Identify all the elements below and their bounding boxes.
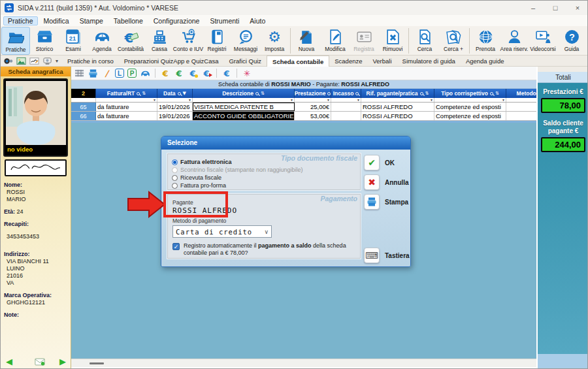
registra-pagamento-checkbox-row[interactable]: ✓ Registro automaticamente il pagamento … bbox=[172, 242, 358, 257]
toolbar-button-cerca-plus[interactable]: Cerca + bbox=[439, 27, 468, 55]
column-prestazione[interactable]: Prestazione bbox=[295, 89, 331, 98]
cell-data[interactable]: 19/01/2026 bbox=[157, 103, 193, 111]
cell-rif-pagante[interactable]: ROSSI ALFREDO bbox=[361, 103, 434, 111]
tab-scadenze[interactable]: Scadenze bbox=[329, 56, 367, 66]
toolbar-button-esami[interactable]: 21 Esami bbox=[59, 27, 88, 55]
cell-tipo[interactable]: Competenze ed esposti bbox=[434, 103, 506, 111]
toolbar-button-registri[interactable]: Registri bbox=[203, 27, 231, 55]
cell-metodo[interactable] bbox=[506, 103, 536, 111]
close-icon[interactable]: × bbox=[566, 1, 588, 15]
toolbar-button-agenda[interactable]: Agenda bbox=[88, 27, 116, 55]
menu-pratiche[interactable]: Pratiche bbox=[3, 16, 38, 25]
column-descrizione[interactable]: Descrizione⇅ bbox=[193, 89, 295, 98]
cell-incasso[interactable] bbox=[331, 112, 361, 120]
menu-modifica[interactable]: Modifica bbox=[39, 16, 74, 25]
ok-button[interactable]: ✔ OK bbox=[364, 155, 395, 170]
euro-incasso-icon[interactable]: € bbox=[188, 68, 198, 78]
menu-configurazione[interactable]: Configurazione bbox=[149, 16, 204, 25]
asterisk-icon[interactable]: ✳ bbox=[242, 68, 252, 78]
maximize-icon[interactable]: □ bbox=[544, 1, 566, 15]
tab-verbali[interactable]: Verbali bbox=[368, 56, 397, 66]
horizontal-scrollbar[interactable] bbox=[71, 359, 536, 367]
euro-gold-icon[interactable]: € bbox=[160, 68, 171, 78]
euro-storno-icon[interactable]: € bbox=[201, 68, 212, 78]
toolbar-button-guida[interactable]: ? Guida bbox=[557, 27, 586, 55]
menu-aiuto[interactable]: Aiuto bbox=[245, 16, 270, 25]
chevron-down-icon[interactable]: ▾ bbox=[56, 58, 58, 64]
tastiera-button[interactable]: ⌨ Tastiera bbox=[364, 248, 410, 263]
toolbar-button-prenota[interactable]: Prenota bbox=[471, 27, 500, 55]
toolbar-button-pratiche[interactable]: Pratiche bbox=[1, 27, 30, 55]
dialog-title[interactable]: Selezione bbox=[161, 136, 410, 150]
row-number[interactable]: 66 bbox=[71, 112, 96, 120]
column-incasso[interactable]: Incasso bbox=[331, 89, 361, 98]
menu-strumenti[interactable]: Strumenti bbox=[205, 16, 244, 25]
menu-stampe[interactable]: Stampe bbox=[75, 16, 108, 25]
euro-green-icon[interactable]: € bbox=[174, 68, 184, 78]
tab-grafici-quiz[interactable]: Grafici Quiz bbox=[223, 56, 267, 66]
checkbox-icon[interactable]: ✓ bbox=[172, 243, 180, 250]
webcam-icon[interactable] bbox=[42, 56, 52, 66]
tab-pratiche-in-corso[interactable]: Pratiche in corso bbox=[62, 56, 119, 66]
filter-cell[interactable]: ▼ bbox=[193, 98, 295, 102]
toolbar-button-rimuovi[interactable]: Rimuovi bbox=[378, 27, 407, 55]
tab-preparazioni-quiz[interactable]: Preparazioni QuizApp e QuizCasa bbox=[119, 56, 224, 66]
column-fattura[interactable]: Fattura/RT⇅ bbox=[96, 89, 157, 98]
record-icon[interactable] bbox=[3, 56, 13, 66]
tab-scheda-contabile[interactable]: Scheda contabile bbox=[267, 56, 329, 67]
signature-icon[interactable] bbox=[29, 56, 39, 66]
table-row[interactable]: 66 da fatturare 19/01/2026 ACCONTO GUIDE… bbox=[71, 112, 536, 121]
column-rif-pagante[interactable]: Rif. pagante/pratica⇅ bbox=[361, 89, 434, 98]
filter-cell[interactable]: ▼ bbox=[331, 98, 361, 102]
tab-simulatore-di-guida[interactable]: Simulatore di guida bbox=[397, 56, 461, 66]
radio-ricevuta-fiscale[interactable]: Ricevuta fiscale bbox=[172, 174, 221, 181]
toolbar-button-messaggi[interactable]: Messaggi bbox=[231, 27, 260, 55]
radio-fattura-elettronica[interactable]: Fattura elettronica bbox=[172, 159, 232, 165]
grid-icon[interactable] bbox=[74, 68, 84, 78]
radio-icon[interactable] bbox=[172, 183, 178, 189]
column-metodo[interactable]: Metodo di pagamento bbox=[506, 89, 536, 98]
mail-icon[interactable] bbox=[35, 358, 45, 366]
arrow-right-icon[interactable]: ▶ bbox=[59, 357, 66, 366]
letter-l-badge-icon[interactable]: L bbox=[115, 69, 124, 78]
filter-cell[interactable]: ▼ bbox=[157, 98, 193, 102]
annulla-button[interactable]: ✖ Annulla bbox=[364, 174, 409, 190]
menu-tabellone[interactable]: Tabellone bbox=[109, 16, 148, 25]
letter-p-badge-icon[interactable]: P bbox=[127, 69, 137, 78]
print-icon[interactable] bbox=[88, 68, 98, 78]
toolbar-button-nuova[interactable]: Nuova bbox=[292, 27, 321, 55]
toolbar-button-modifica[interactable]: Modifica bbox=[321, 27, 350, 55]
cell-metodo[interactable] bbox=[506, 112, 536, 120]
tab-agenda-guide[interactable]: Agenda guide bbox=[461, 56, 510, 66]
radio-icon[interactable] bbox=[172, 175, 178, 181]
cell-descrizione-selected[interactable]: ACCONTO GUIDE OBBLIGATORIE bbox=[193, 112, 295, 120]
filter-cell[interactable]: ▼ bbox=[506, 98, 536, 102]
toolbar-button-imposta[interactable]: ⚙ Imposta bbox=[260, 27, 289, 55]
stampa-button[interactable]: Stampa bbox=[364, 194, 408, 210]
minimize-icon[interactable]: – bbox=[522, 1, 544, 15]
toolbar-button-cassa[interactable]: Cassa bbox=[145, 27, 174, 55]
filter-cell[interactable]: ▼ bbox=[434, 98, 506, 102]
radio-icon[interactable] bbox=[172, 159, 178, 165]
cell-rif-pagante[interactable]: ROSSI ALFREDO bbox=[361, 112, 434, 120]
slash-icon[interactable]: / bbox=[101, 68, 112, 78]
table-row[interactable]: 65 da fatturare 19/01/2026 VISITA MEDICA… bbox=[71, 103, 536, 112]
arrow-left-icon[interactable]: ◀ bbox=[6, 357, 12, 366]
toolbar-button-contabilita[interactable]: € Contabilità bbox=[116, 27, 145, 55]
radio-fattura-proforma[interactable]: Fattura pro-forma bbox=[172, 182, 226, 189]
cell-prestazione[interactable]: 53,00€ bbox=[295, 112, 331, 120]
column-tipo-corrispettivo[interactable]: Tipo corrispettivo⇅ bbox=[434, 89, 506, 98]
scrollbar-thumb[interactable] bbox=[90, 362, 104, 364]
filter-cell[interactable]: ▼ bbox=[96, 98, 157, 102]
cell-tipo[interactable]: Competenze ed esposti bbox=[434, 112, 506, 120]
car-small-icon[interactable] bbox=[140, 68, 150, 78]
toolbar-button-storico[interactable]: Storico bbox=[30, 27, 59, 55]
toolbar-button-cerca[interactable]: Cerca bbox=[410, 27, 439, 55]
toolbar-button-area-riservata[interactable]: Area riserv. bbox=[500, 27, 529, 55]
metodo-pagamento-select[interactable]: Carta di credito ∨ bbox=[172, 225, 272, 238]
row-number[interactable]: 65 bbox=[71, 103, 96, 111]
column-data[interactable]: Data▼ bbox=[157, 89, 193, 98]
image-icon[interactable] bbox=[16, 56, 26, 66]
cell-data[interactable]: 19/01/2026 bbox=[157, 112, 193, 120]
cell-fattura[interactable]: da fatturare bbox=[96, 112, 157, 120]
